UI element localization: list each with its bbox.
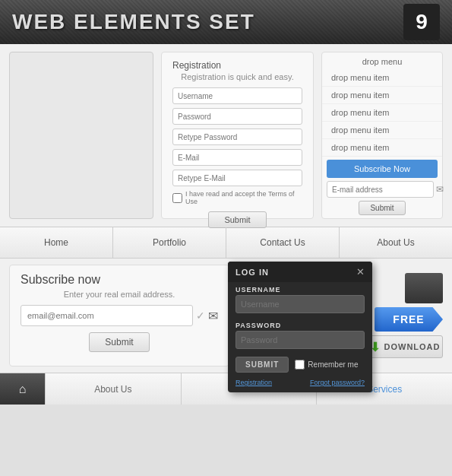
password-label: PASSWORD [228,318,372,331]
drop-menu-item-3[interactable]: drop menu item [322,104,442,122]
login-submit-button[interactable]: SUBMIT [235,357,289,373]
drop-menu-title: drop menu [322,57,442,66]
drop-menu-item-5[interactable]: drop menu item [322,139,442,157]
login-links: Registration Forgot password? [228,379,372,392]
subscribe-email-input[interactable] [21,305,193,326]
retype-email-field[interactable] [172,170,302,186]
login-header: LOG IN ✕ [228,262,372,282]
download-label: DOWNLOAD [384,342,441,351]
nav-portfolio[interactable]: Portfolio [113,227,226,258]
header-badge: 9 [403,4,440,40]
free-button[interactable]: FREE [375,307,443,332]
username-field[interactable] [172,87,302,104]
check-icon: ✓ [196,309,205,322]
header-title: WEB ELEMENTS SET [12,10,255,34]
nav-bar: Home Portfolio Contact Us About Us [0,227,452,259]
terms-row: I have read and accept the Terms of Use [172,190,302,205]
subscribe-title: Subscribe now [21,273,218,287]
dark-button[interactable] [405,273,443,303]
remember-me-row: Remember me [295,360,358,370]
registration-subtitle: Registration is quick and easy. [172,72,302,81]
remember-me-checkbox[interactable] [295,360,305,370]
nav-contact[interactable]: Contact Us [226,227,340,258]
registration-submit-button[interactable]: Submit [208,211,266,228]
login-password-input[interactable] [235,331,365,349]
drop-menu-item-1[interactable]: drop menu item [322,69,442,87]
registration-link[interactable]: Registration [235,379,272,386]
drop-menu-item-2[interactable]: drop menu item [322,87,442,104]
drop-menu-box: drop menu drop menu item drop menu item … [321,52,443,219]
login-modal: LOG IN ✕ USERNAME PASSWORD SUBMIT Rememb… [228,262,372,392]
nav-home[interactable]: Home [0,227,113,258]
retype-password-field[interactable] [172,129,302,145]
home-icon: ⌂ [19,382,27,396]
registration-title: Registration [172,60,302,71]
subscribe-box: Subscribe now Enter your real email addr… [9,265,229,367]
login-submit-row: SUBMIT Remember me [228,354,372,379]
terms-checkbox[interactable] [172,193,182,203]
registration-box: Registration Registration is quick and e… [161,52,314,219]
envelope-icon: ✉ [436,184,444,195]
bottom-section: Subscribe now Enter your real email addr… [0,259,452,373]
email-input-row: ✉ [327,181,438,198]
drop-email-field[interactable] [327,181,434,198]
email-field[interactable] [172,149,302,166]
envelope-icon[interactable]: ✉ [208,309,218,323]
drop-submit-button[interactable]: Submit [359,201,405,215]
subscribe-description: Enter your real email address. [21,290,218,299]
subscribe-submit-button[interactable]: Submit [89,332,149,352]
subscribe-now-button[interactable]: Subscribe Now [327,160,438,178]
home-nav-button[interactable]: ⌂ [0,373,46,405]
download-button[interactable]: ⬇ DOWNLOAD [367,335,443,358]
drop-menu-item-4[interactable]: drop menu item [322,122,442,139]
login-close-button[interactable]: ✕ [356,266,365,278]
bottom-nav-about[interactable]: About Us [46,373,182,405]
login-title: LOG IN [235,268,269,277]
middle-section: Registration Registration is quick and e… [0,44,452,227]
forgot-password-link[interactable]: Forgot password? [310,379,365,386]
image-placeholder [9,52,153,219]
header: WEB ELEMENTS SET 9 [0,0,452,44]
terms-label: I have read and accept the Terms of Use [185,190,302,205]
subscribe-input-row: ✓ ✉ [21,305,218,326]
bottom-nav: ⌂ About Us Portfolio Services [0,373,452,405]
username-label: USERNAME [228,282,372,295]
password-field[interactable] [172,108,302,125]
remember-me-label: Remember me [308,360,358,369]
login-username-input[interactable] [235,295,365,313]
nav-about[interactable]: About Us [340,227,452,258]
